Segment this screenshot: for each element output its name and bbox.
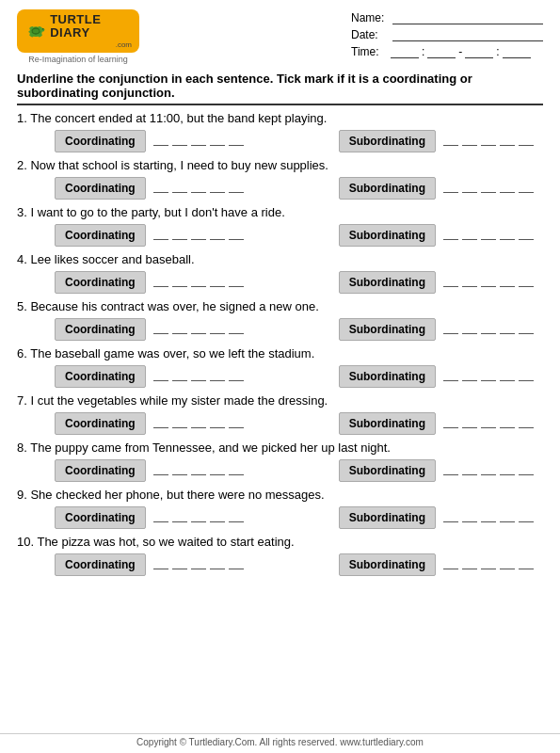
- coordinating-btn-2[interactable]: Coordinating: [55, 177, 146, 200]
- dash-mark: [172, 372, 187, 381]
- date-input-line[interactable]: [392, 28, 543, 41]
- coordinating-btn-8[interactable]: Coordinating: [55, 459, 146, 482]
- dash-mark: [153, 372, 168, 381]
- dash-mark: [500, 466, 515, 475]
- instructions: Underline the conjunction in each senten…: [17, 72, 543, 105]
- question-text-6: 6. The baseball game was over, so we lef…: [17, 346, 543, 360]
- coordinating-btn-4[interactable]: Coordinating: [55, 271, 146, 294]
- coord-dashes-2: [153, 184, 244, 193]
- footer: Copyright © Turtlediary.Com. All rights …: [0, 733, 560, 747]
- subordinating-btn-4[interactable]: Subordinating: [339, 271, 436, 294]
- dash-mark: [481, 466, 496, 475]
- subordinating-btn-5[interactable]: Subordinating: [339, 318, 436, 341]
- answer-row-8: CoordinatingSubordinating: [17, 459, 543, 482]
- dash-mark: [462, 325, 477, 334]
- name-input-line[interactable]: [392, 11, 543, 24]
- dash-mark: [500, 278, 515, 287]
- dash-mark: [443, 513, 458, 522]
- subord-dashes-4: [443, 278, 534, 287]
- dash-mark: [462, 419, 477, 428]
- dash-mark: [519, 136, 534, 146]
- subord-dashes-6: [443, 372, 534, 381]
- subord-dashes-5: [443, 325, 534, 334]
- svg-point-2: [33, 28, 40, 33]
- time-seg3[interactable]: [465, 45, 493, 58]
- dash-mark: [481, 560, 496, 569]
- date-label: Date:: [351, 28, 389, 41]
- coord-dashes-9: [153, 513, 244, 522]
- subordinating-btn-2[interactable]: Subordinating: [339, 177, 436, 200]
- time-seg4[interactable]: [503, 45, 531, 58]
- coordinating-btn-5[interactable]: Coordinating: [55, 318, 146, 341]
- question-text-9: 9. She checked her phone, but there were…: [17, 488, 543, 502]
- dash-mark: [481, 184, 496, 193]
- dash-mark: [519, 184, 534, 193]
- dash-mark: [191, 466, 206, 475]
- answer-row-3: CoordinatingSubordinating: [17, 224, 543, 247]
- coordinating-btn-7[interactable]: Coordinating: [55, 412, 146, 435]
- subordinating-btn-10[interactable]: Subordinating: [339, 553, 436, 576]
- logo-box: TURTLE DIARY .com: [17, 9, 139, 53]
- dash-mark: [481, 419, 496, 428]
- dash-mark: [229, 466, 244, 475]
- dash-mark: [443, 325, 458, 334]
- dash-mark: [210, 278, 225, 287]
- dash-mark: [500, 419, 515, 428]
- dash-mark: [443, 136, 458, 146]
- dash-mark: [153, 513, 168, 522]
- question-2: 2. Now that school is starting, I need t…: [17, 158, 543, 200]
- dash-mark: [481, 513, 496, 522]
- question-text-5: 5. Because his contract was over, he sig…: [17, 299, 543, 313]
- dash-mark: [500, 372, 515, 381]
- dash-mark: [229, 372, 244, 381]
- dash-mark: [210, 231, 225, 240]
- subordinating-btn-6[interactable]: Subordinating: [339, 365, 436, 388]
- time-seg1[interactable]: [391, 45, 419, 58]
- dash-mark: [462, 231, 477, 240]
- dash-mark: [481, 231, 496, 240]
- dash-mark: [172, 325, 187, 334]
- coordinating-btn-6[interactable]: Coordinating: [55, 365, 146, 388]
- question-text-2: 2. Now that school is starting, I need t…: [17, 158, 543, 172]
- dash-mark: [500, 184, 515, 193]
- coord-dashes-1: [153, 136, 244, 146]
- subordinating-btn-9[interactable]: Subordinating: [339, 506, 436, 529]
- dash-mark: [229, 513, 244, 522]
- questions-container: 1. The concert ended at 11:00, but the b…: [17, 111, 543, 576]
- question-3: 3. I want to go to the party, but I don'…: [17, 205, 543, 247]
- coordinating-btn-9[interactable]: Coordinating: [55, 506, 146, 529]
- dash-mark: [462, 184, 477, 193]
- subordinating-btn-3[interactable]: Subordinating: [339, 224, 436, 247]
- dash-mark: [191, 513, 206, 522]
- dash-mark: [443, 560, 458, 569]
- subord-dashes-2: [443, 184, 534, 193]
- question-text-1: 1. The concert ended at 11:00, but the b…: [17, 111, 543, 125]
- dash-mark: [462, 560, 477, 569]
- dash-mark: [153, 325, 168, 334]
- logo-com: .com: [50, 40, 132, 49]
- dash-mark: [519, 466, 534, 475]
- question-text-7: 7. I cut the vegetables while my sister …: [17, 393, 543, 408]
- dash-mark: [153, 560, 168, 569]
- dash-mark: [443, 372, 458, 381]
- coordinating-btn-1[interactable]: Coordinating: [55, 130, 146, 152]
- dash-mark: [462, 513, 477, 522]
- subord-dashes-3: [443, 231, 534, 240]
- dash-mark: [153, 184, 168, 193]
- dash-mark: [519, 278, 534, 287]
- subordinating-btn-7[interactable]: Subordinating: [339, 412, 436, 435]
- subordinating-btn-8[interactable]: Subordinating: [339, 459, 436, 482]
- coordinating-btn-10[interactable]: Coordinating: [55, 553, 146, 576]
- dash-mark: [229, 184, 244, 193]
- dash-mark: [191, 372, 206, 381]
- coord-dashes-7: [153, 419, 244, 428]
- time-seg2[interactable]: [427, 45, 456, 58]
- coordinating-btn-3[interactable]: Coordinating: [55, 224, 146, 247]
- dash-mark: [172, 560, 187, 569]
- dash-mark: [481, 278, 496, 287]
- dash-mark: [481, 372, 496, 381]
- turtle-icon: [24, 18, 47, 44]
- coord-dashes-10: [153, 560, 244, 569]
- dash-mark: [519, 372, 534, 381]
- subordinating-btn-1[interactable]: Subordinating: [339, 130, 436, 152]
